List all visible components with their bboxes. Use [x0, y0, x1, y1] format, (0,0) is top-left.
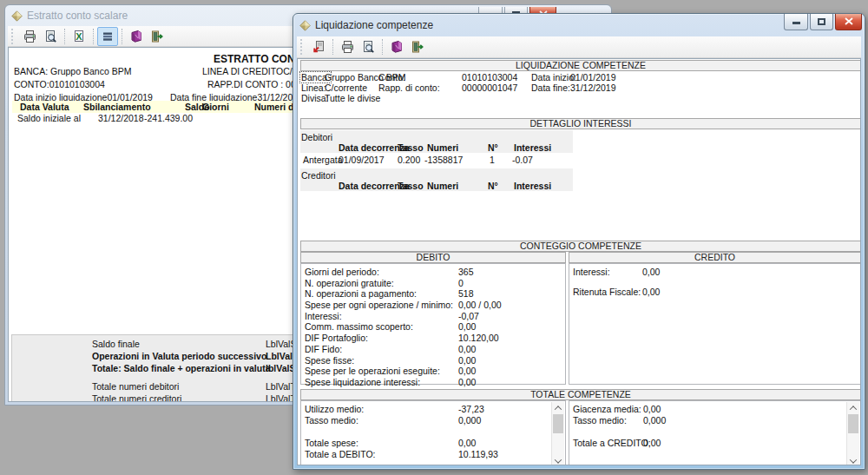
rapp-conto-label: Rapp. di conto:	[378, 82, 440, 93]
toolbar-grip	[11, 29, 16, 44]
kv-label: Spese liquidazione interessi:	[305, 377, 420, 387]
kv-value: 10.119,93	[458, 449, 498, 459]
kv-value: 10.120,00	[458, 333, 499, 343]
kv-label: Totale a CREDITO:	[573, 438, 651, 448]
close-button[interactable]	[835, 14, 862, 30]
data-inizio-field[interactable]: 01/01/2019	[570, 72, 616, 82]
scroll-thumb[interactable]	[553, 414, 563, 433]
print-button[interactable]	[337, 37, 358, 56]
debitori-label: Debitori	[301, 132, 332, 142]
scroll-up-arrow[interactable]	[552, 402, 564, 413]
summary-label: Operazioni in Valuta periodo successivo	[92, 351, 266, 361]
kv-row: Tasso medio: 0,000	[301, 415, 549, 426]
manual-button[interactable]	[386, 37, 407, 56]
debito-panel: Giorni del periodo: 365 N. operazioni gr…	[300, 263, 566, 385]
print-preview-button[interactable]	[358, 37, 378, 56]
cell-tasso: 0.200	[398, 155, 420, 165]
kv-row: DIF Fido: 0,00	[301, 344, 563, 355]
column-header: Numeri	[427, 181, 458, 191]
kv-value: 0,000	[458, 415, 481, 426]
window-controls	[784, 14, 862, 30]
kv-label: Spese per le operazioni eseguite:	[305, 366, 440, 376]
print-icon	[340, 40, 354, 54]
rapp-conto-field[interactable]: 00000001047	[462, 82, 517, 93]
scrollbar-vertical[interactable]	[551, 402, 564, 465]
scalare-view-icon	[101, 30, 115, 43]
kv-label: Tasso medio:	[573, 415, 627, 426]
cell-numeri: -1358817	[424, 155, 463, 165]
chevron-up-icon	[850, 406, 857, 412]
banca-info: BANCA: Gruppo Banco BPM	[14, 66, 131, 76]
totale-debito-panel: Utilizzo medio: -37,23 Tasso medio: 0,00…	[300, 400, 566, 465]
minimize-button[interactable]	[784, 14, 808, 30]
conto-info: CONTO:01010103004	[14, 79, 105, 89]
window-title: Estratto conto scalare	[27, 10, 128, 22]
column-header: Numeri	[427, 142, 458, 153]
scroll-down-arrow[interactable]	[552, 455, 564, 465]
kv-label: Giacenza media:	[573, 404, 641, 414]
kv-row	[301, 426, 549, 438]
liquidazione-content: LIQUIDAZIONE COMPETENZE Banca: Gruppo Ba…	[297, 58, 861, 465]
scrollbar-vertical[interactable]	[846, 402, 859, 465]
kv-value: 0,00	[458, 366, 476, 376]
excel-export-icon	[72, 30, 86, 43]
exit-button[interactable]	[407, 37, 428, 56]
kv-row: Spese liquidazione interessi: 0,00	[301, 377, 563, 388]
credito-header-band: CREDITO	[569, 252, 861, 263]
process-button[interactable]	[308, 37, 329, 56]
print-icon	[23, 30, 36, 43]
maximize-icon	[818, 18, 825, 25]
data-fine-label: Data fine:	[531, 82, 570, 93]
kv-value: 0,00	[458, 355, 476, 366]
debitori-rows: Antergata 01/09/2017 0.200 -1358817 1 -0…	[298, 155, 858, 165]
kv-value: 0,00	[642, 287, 660, 297]
credito-rows: Interessi: 0,00 Ritenuta Fiscale: 0,00	[569, 267, 858, 298]
exit-button[interactable]	[147, 27, 168, 46]
scroll-down-arrow[interactable]	[847, 455, 859, 465]
linea-field[interactable]: C/corrente	[325, 82, 367, 93]
data-fine-field[interactable]: 31/12/2019	[570, 82, 616, 93]
kv-label: Comm. massimo scoperto:	[305, 321, 413, 332]
summary-label: Totale numeri debitori	[92, 381, 179, 392]
chevron-down-icon	[555, 456, 562, 463]
toolbar-separator	[64, 29, 65, 44]
kv-value: 0	[458, 278, 464, 288]
kv-row: Totale a CREDITO: 0,00	[569, 438, 845, 449]
kv-label: Spese per ogni operazione / minimo:	[305, 300, 453, 310]
toolbar-grip	[300, 39, 305, 55]
kv-row: Interessi: -0,07	[301, 311, 563, 322]
print-button[interactable]	[19, 27, 40, 46]
kv-label: DIF Portafoglio:	[305, 333, 368, 343]
cell-tipo: Antergata	[303, 155, 343, 165]
excel-export-button[interactable]	[69, 27, 89, 46]
kv-label: Utilizzo medio:	[305, 404, 364, 414]
manual-button[interactable]	[126, 27, 147, 46]
scalare-view-toggle[interactable]	[97, 27, 118, 46]
kv-value: 0,00	[643, 404, 661, 414]
section-band-conteggio: CONTEGGIO COMPETENZE	[300, 241, 861, 252]
conto-field[interactable]: 01010103004	[462, 72, 517, 82]
exit-icon	[150, 30, 164, 43]
column-header: Giorni	[202, 102, 229, 112]
maximize-button[interactable]	[810, 14, 833, 30]
scroll-thumb[interactable]	[848, 414, 858, 433]
kv-label: Totale spese:	[305, 438, 358, 448]
scroll-up-arrow[interactable]	[847, 402, 859, 413]
totale-debito-rows: Utilizzo medio: -37,23 Tasso medio: 0,00…	[301, 404, 549, 460]
totale-credito-rows: Giacenza media: 0,00 Tasso medio: 0,000 …	[569, 404, 845, 449]
toolbar-separator	[382, 39, 383, 55]
toolbar-separator	[122, 29, 122, 44]
kv-row: Ritenuta Fiscale: 0,00	[569, 287, 858, 298]
exit-icon	[411, 40, 424, 54]
cell-data-valuta: Saldo iniziale al	[17, 113, 81, 123]
titlebar-liquidazione[interactable]: Liquidazione competenze	[293, 14, 865, 36]
linea-label: Linea:	[301, 82, 326, 93]
kv-label: Totale a DEBITO:	[305, 449, 376, 459]
kv-label: N. operazioni a pagamento:	[305, 288, 417, 299]
kv-value: 0,00	[642, 267, 660, 277]
kv-row: Spese fisse: 0,00	[301, 355, 563, 366]
print-preview-button[interactable]	[40, 27, 61, 46]
kv-label: Ritenuta Fiscale:	[573, 287, 641, 297]
manual-icon	[390, 40, 404, 54]
divisa-field[interactable]: Tutte le divise	[325, 93, 380, 103]
